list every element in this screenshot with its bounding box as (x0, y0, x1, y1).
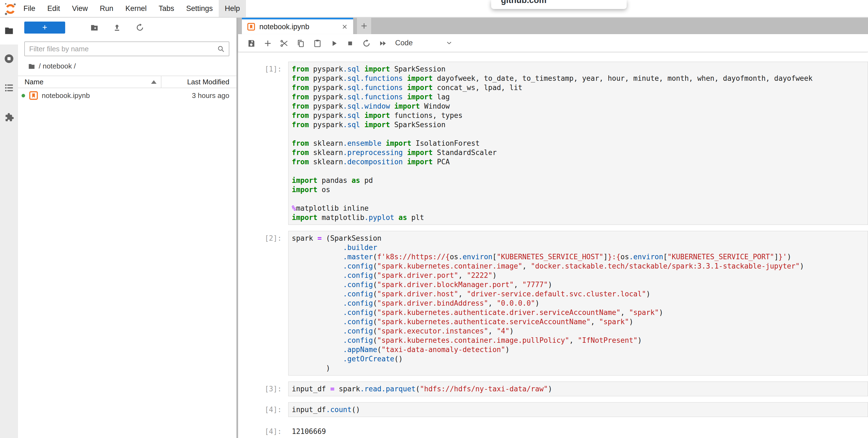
paste-icon (313, 39, 322, 48)
file-name: notebook.ipynb (42, 91, 90, 100)
file-browser-icon[interactable] (0, 21, 18, 40)
code-line: .master(f'k8s://https://{os.environ["KUB… (292, 252, 864, 261)
code-cell: [1]:from pyspark.sql import SparkSession… (238, 62, 868, 225)
plus-icon (360, 22, 368, 30)
code-line: input_df = spark.read.parquet("hdfs://hd… (292, 384, 864, 393)
code-line: import matplotlib.pyplot as plt (292, 213, 864, 222)
copy-icon (297, 39, 305, 48)
menu-kernel[interactable]: Kernel (119, 0, 153, 17)
code-line: %matplotlib inline (292, 204, 864, 213)
code-cell: [4]:input_df.count() (238, 402, 868, 417)
new-tab-button[interactable] (357, 18, 371, 34)
jupyter-logo-icon (4, 2, 17, 16)
filter-files-input[interactable] (25, 45, 217, 53)
tab-close-button[interactable] (341, 23, 348, 30)
code-line (292, 167, 864, 176)
stop-icon (346, 39, 354, 48)
search-icon (217, 45, 225, 53)
cell-editor[interactable]: spark = (SparkSession .builder .master(f… (288, 231, 868, 376)
tab-bar: notebook.ipynb (238, 18, 868, 34)
menu-file[interactable]: File (18, 0, 41, 17)
notebook-file-icon (29, 91, 38, 100)
code-line: from sklearn.preprocessing import Standa… (292, 148, 864, 157)
file-listing-header: Name Last Modified (18, 76, 237, 88)
save-icon (247, 39, 256, 48)
cell-prompt: [3]: (238, 381, 288, 396)
file-modified: 3 hours ago (192, 91, 237, 100)
copy-cell-button[interactable] (294, 38, 307, 49)
tab-notebook[interactable]: notebook.ipynb (242, 18, 353, 34)
close-icon (341, 23, 348, 30)
code-line: spark = (SparkSession (292, 234, 864, 243)
cut-icon (280, 39, 288, 48)
upload-button[interactable] (111, 22, 123, 34)
cell-type-dropdown[interactable]: Code (391, 34, 462, 52)
popup-origin-text: github.com (501, 0, 547, 5)
menu-settings[interactable]: Settings (180, 0, 219, 17)
restart-icon (362, 39, 371, 48)
insert-cell-button[interactable] (261, 38, 274, 49)
cell-prompt: [2]: (238, 231, 288, 376)
run-cell-button[interactable] (328, 38, 340, 49)
paste-cell-button[interactable] (311, 38, 324, 49)
code-line: import os (292, 185, 864, 194)
output-prompt: [4]: (238, 424, 288, 436)
notebook-toolbar: Code (238, 34, 868, 52)
upload-icon (113, 23, 121, 32)
code-line: from pyspark.sql.functions import dayofw… (292, 74, 864, 83)
notebook-content[interactable]: [1]:from pyspark.sql import SparkSession… (238, 53, 868, 438)
new-launcher-button[interactable]: + (24, 22, 65, 34)
file-browser-panel: + (18, 18, 237, 438)
jupyterlab-window: File Edit View Run Kernel Tabs Settings … (0, 0, 868, 438)
cell-list: [1]:from pyspark.sql import SparkSession… (238, 53, 868, 436)
cell-type-value: Code (395, 39, 413, 47)
chevron-down-icon (445, 39, 453, 47)
kernel-running-dot (22, 94, 25, 97)
refresh-button[interactable] (134, 22, 146, 34)
restart-kernel-button[interactable] (360, 38, 373, 49)
code-line (292, 129, 864, 139)
home-folder-icon[interactable] (28, 62, 35, 70)
cell-editor[interactable]: input_df.count() (288, 402, 868, 417)
code-line: from pyspark.sql import SparkSession (292, 120, 864, 129)
table-of-contents-icon[interactable] (0, 78, 18, 97)
cell-prompt: [4]: (238, 402, 288, 417)
new-folder-button[interactable] (88, 22, 101, 34)
menu-edit[interactable]: Edit (41, 0, 66, 17)
breadcrumb-path[interactable]: / notebook / (39, 62, 76, 70)
column-header-name[interactable]: Name (18, 78, 161, 86)
extensions-icon[interactable] (0, 108, 18, 127)
fast-forward-icon (378, 39, 387, 48)
code-line: import pandas as pd (292, 176, 864, 185)
code-line: .config("spark.driver.port", "2222") (292, 271, 864, 280)
code-line: from sklearn.ensemble import IsolationFo… (292, 139, 864, 148)
menu-items: File Edit View Run Kernel Tabs Settings … (18, 0, 246, 17)
menu-run[interactable]: Run (94, 0, 119, 17)
code-line (292, 194, 864, 204)
running-kernels-icon[interactable] (0, 49, 18, 68)
plus-icon (264, 39, 272, 48)
new-folder-icon (90, 23, 99, 32)
save-button[interactable] (245, 38, 258, 49)
menu-help[interactable]: Help (219, 0, 246, 17)
cell-editor[interactable]: from pyspark.sql import SparkSessionfrom… (288, 62, 868, 225)
interrupt-kernel-button[interactable] (344, 38, 356, 49)
output-cell: [4]:12106669 (238, 424, 868, 436)
menu-tabs[interactable]: Tabs (153, 0, 180, 17)
cut-cell-button[interactable] (278, 38, 290, 49)
code-line: .config("spark.kubernetes.authenticate.s… (292, 317, 864, 326)
run-icon (330, 39, 338, 48)
left-sidebar (0, 18, 18, 438)
code-line: ) (292, 363, 864, 373)
breadcrumb: / notebook / (28, 62, 76, 70)
code-line: .config("spark.kubernetes.container.imag… (292, 261, 864, 271)
menu-view[interactable]: View (66, 0, 94, 17)
code-cell: [2]:spark = (SparkSession .builder .mast… (238, 231, 868, 376)
code-line: input_df.count() (292, 405, 864, 414)
restart-run-all-button[interactable] (377, 38, 389, 49)
cell-editor[interactable]: input_df = spark.read.parquet("hdfs://hd… (288, 381, 868, 396)
column-header-modified[interactable]: Last Modified (161, 78, 237, 86)
code-line: from pyspark.sql.functions import concat… (292, 83, 864, 92)
file-row-notebook[interactable]: notebook.ipynb 3 hours ago (18, 89, 237, 103)
main-dock-panel: notebook.ipynb (238, 18, 868, 438)
